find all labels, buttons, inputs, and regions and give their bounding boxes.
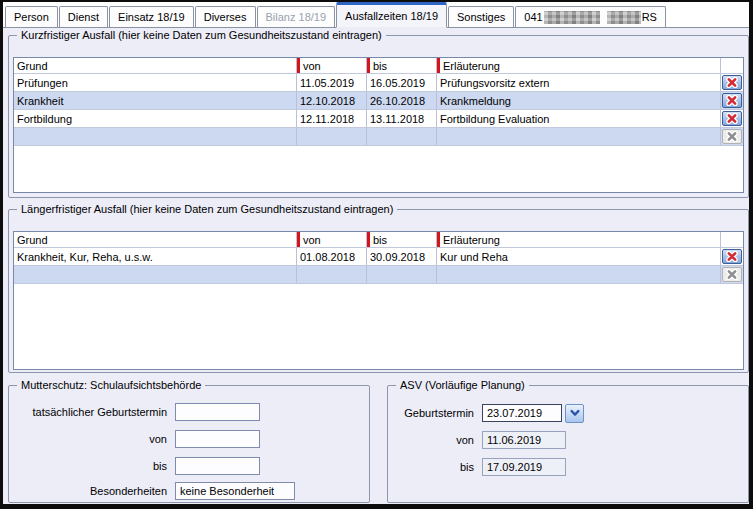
- column-header-bis: bis: [367, 232, 437, 247]
- school-id-suffix: RS: [642, 11, 657, 23]
- table-row-empty[interactable]: [14, 128, 743, 146]
- cell-erlaeuterung: Krankmeldung: [437, 92, 721, 109]
- column-header-von: von: [297, 58, 367, 73]
- groupbox-laengerfristiger-ausfall: Längerfristiger Ausfall (hier keine Date…: [8, 209, 749, 373]
- table-row[interactable]: Krankheit 12.10.2018 26.10.2018 Krankmel…: [14, 92, 743, 110]
- required-marker: [367, 58, 370, 73]
- school-id-prefix: 041: [524, 11, 542, 23]
- groupbox-mutterschutz: Mutterschutz: Schulaufsichtsbehörde tats…: [8, 385, 370, 503]
- asv-bis-label: bis: [388, 459, 482, 476]
- cell-bis: [367, 266, 437, 283]
- cell-bis: 16.05.2019: [367, 74, 437, 91]
- cell-erlaeuterung: Prüfungsvorsitz extern: [437, 74, 721, 91]
- cell-erlaeuterung: Fortbildung Evaluation: [437, 110, 721, 127]
- cell-bis: 26.10.2018: [367, 92, 437, 109]
- mutterschutz-von-field[interactable]: [175, 430, 260, 448]
- tab-sonstiges[interactable]: Sonstiges: [448, 6, 514, 27]
- asv-von-field[interactable]: [482, 431, 566, 449]
- groupbox-title: ASV (Vorläufige Planung): [396, 378, 529, 392]
- tatsaechlicher-geburtstermin-label: tatsächlicher Geburtstermin: [9, 404, 175, 421]
- groupbox-title: Längerfristiger Ausfall (hier keine Date…: [17, 202, 397, 216]
- redacted-pixelation: [607, 11, 641, 24]
- table-row[interactable]: Fortbildung 12.11.2018 13.11.2018 Fortbi…: [14, 110, 743, 128]
- tab-person[interactable]: Person: [5, 6, 58, 27]
- column-header-actions: [721, 58, 743, 73]
- table-row[interactable]: Prüfungen 11.05.2019 16.05.2019 Prüfungs…: [14, 74, 743, 92]
- delete-row-button-disabled: [722, 129, 742, 144]
- short-term-table: Grund von bis Erläuterung Prüfungen 11.0…: [13, 57, 744, 193]
- column-header-grund: Grund: [14, 232, 297, 247]
- tab-einsatz[interactable]: Einsatz 18/19: [109, 6, 194, 27]
- table-row-empty[interactable]: [14, 266, 743, 284]
- cell-bis: 30.09.2018: [367, 248, 437, 265]
- cell-grund: Krankheit, Kur, Reha, u.s.w.: [14, 248, 297, 265]
- cell-von: 12.11.2018: [297, 110, 367, 127]
- asv-geburtstermin-label: Geburtstermin: [388, 405, 482, 422]
- cell-grund: Prüfungen: [14, 74, 297, 91]
- required-marker: [437, 232, 440, 247]
- delete-row-button[interactable]: [722, 75, 742, 90]
- required-marker: [297, 232, 300, 247]
- tab-bar: Person Dienst Einsatz 18/19 Diverses Bil…: [3, 2, 749, 28]
- delete-row-button-disabled: [722, 267, 742, 282]
- table-row[interactable]: Krankheit, Kur, Reha, u.s.w. 01.08.2018 …: [14, 248, 743, 266]
- cell-erlaeuterung: [437, 128, 721, 145]
- besonderheiten-field[interactable]: [175, 482, 295, 500]
- cell-von: 12.10.2018: [297, 92, 367, 109]
- cell-von: [297, 128, 367, 145]
- cell-erlaeuterung: [437, 266, 721, 283]
- asv-von-label: von: [388, 432, 482, 449]
- cell-bis: [367, 128, 437, 145]
- tab-ausfallzeiten[interactable]: Ausfallzeiten 18/19: [336, 2, 447, 28]
- groupbox-title: Mutterschutz: Schulaufsichtsbehörde: [17, 378, 205, 392]
- groupbox-title: Kurzfristiger Ausfall (hier keine Daten …: [17, 28, 386, 42]
- besonderheiten-label: Besonderheiten: [9, 483, 175, 500]
- tatsaechlicher-geburtstermin-field[interactable]: [175, 403, 260, 421]
- cell-von: 11.05.2019: [297, 74, 367, 91]
- table-header-row: Grund von bis Erläuterung: [14, 58, 743, 74]
- groupbox-kurzfristiger-ausfall: Kurzfristiger Ausfall (hier keine Daten …: [8, 35, 749, 198]
- column-header-bis: bis: [367, 58, 437, 73]
- column-header-erlaeuterung: Erläuterung: [437, 232, 721, 247]
- column-header-actions: [721, 232, 743, 247]
- groupbox-asv-planung: ASV (Vorläufige Planung) Geburtstermin v…: [387, 385, 749, 503]
- cell-von: 01.08.2018: [297, 248, 367, 265]
- column-header-von: von: [297, 232, 367, 247]
- mutterschutz-bis-label: bis: [9, 458, 175, 475]
- column-header-erlaeuterung: Erläuterung: [437, 58, 721, 73]
- delete-x-icon: [726, 113, 738, 124]
- app-window: Person Dienst Einsatz 18/19 Diverses Bil…: [0, 0, 753, 509]
- cell-grund: [14, 266, 297, 283]
- long-term-table: Grund von bis Erläuterung Krankheit, Kur…: [13, 231, 744, 370]
- required-marker: [437, 58, 440, 73]
- delete-row-button[interactable]: [722, 249, 742, 264]
- redacted-pixelation: [544, 11, 600, 24]
- table-header-row: Grund von bis Erläuterung: [14, 232, 743, 248]
- cell-bis: 13.11.2018: [367, 110, 437, 127]
- delete-x-icon: [726, 269, 738, 280]
- tab-school-id[interactable]: 041RS: [515, 6, 666, 27]
- delete-x-icon: [726, 77, 738, 88]
- cell-grund: [14, 128, 297, 145]
- delete-row-button[interactable]: [722, 111, 742, 126]
- delete-x-icon: [726, 251, 738, 262]
- cell-von: [297, 266, 367, 283]
- cell-erlaeuterung: Kur und Reha: [437, 248, 721, 265]
- mutterschutz-von-label: von: [9, 431, 175, 448]
- column-header-grund: Grund: [14, 58, 297, 73]
- asv-geburtstermin-field[interactable]: [482, 404, 562, 422]
- tab-diverses[interactable]: Diverses: [195, 6, 256, 27]
- asv-bis-field[interactable]: [482, 458, 566, 476]
- geburtstermin-dropdown-button[interactable]: [565, 404, 584, 423]
- cell-grund: Krankheit: [14, 92, 297, 109]
- cell-grund: Fortbildung: [14, 110, 297, 127]
- delete-x-icon: [726, 131, 738, 142]
- required-marker: [367, 232, 370, 247]
- tab-dienst[interactable]: Dienst: [59, 6, 108, 27]
- delete-x-icon: [726, 95, 738, 106]
- tab-bilanz: Bilanz 18/19: [257, 6, 336, 27]
- mutterschutz-bis-field[interactable]: [175, 457, 260, 475]
- delete-row-button[interactable]: [722, 93, 742, 108]
- required-marker: [297, 58, 300, 73]
- chevron-down-icon: [570, 409, 580, 417]
